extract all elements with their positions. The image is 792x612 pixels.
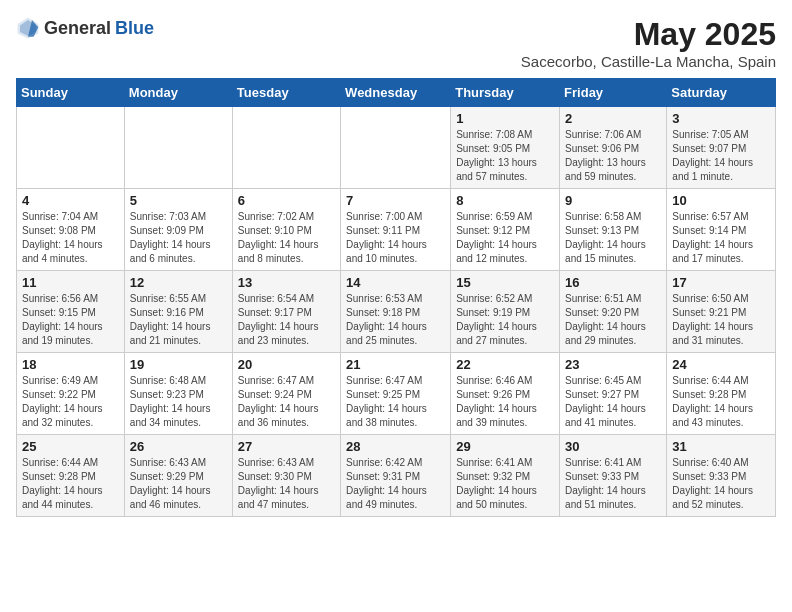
day-info: Sunrise: 6:44 AM Sunset: 9:28 PM Dayligh… — [672, 374, 770, 430]
day-info: Sunrise: 6:46 AM Sunset: 9:26 PM Dayligh… — [456, 374, 554, 430]
calendar-cell: 17Sunrise: 6:50 AM Sunset: 9:21 PM Dayli… — [667, 271, 776, 353]
day-info: Sunrise: 7:03 AM Sunset: 9:09 PM Dayligh… — [130, 210, 227, 266]
calendar-cell — [232, 107, 340, 189]
day-header-wednesday: Wednesday — [341, 79, 451, 107]
day-number: 23 — [565, 357, 661, 372]
day-number: 14 — [346, 275, 445, 290]
week-row-4: 18Sunrise: 6:49 AM Sunset: 9:22 PM Dayli… — [17, 353, 776, 435]
day-header-sunday: Sunday — [17, 79, 125, 107]
calendar-table: SundayMondayTuesdayWednesdayThursdayFrid… — [16, 78, 776, 517]
logo-text-blue: Blue — [115, 18, 154, 39]
day-info: Sunrise: 6:57 AM Sunset: 9:14 PM Dayligh… — [672, 210, 770, 266]
calendar-cell: 31Sunrise: 6:40 AM Sunset: 9:33 PM Dayli… — [667, 435, 776, 517]
day-number: 21 — [346, 357, 445, 372]
calendar-cell: 16Sunrise: 6:51 AM Sunset: 9:20 PM Dayli… — [560, 271, 667, 353]
day-header-thursday: Thursday — [451, 79, 560, 107]
location-subtitle: Sacecorbo, Castille-La Mancha, Spain — [521, 53, 776, 70]
title-block: May 2025 Sacecorbo, Castille-La Mancha, … — [521, 16, 776, 70]
day-info: Sunrise: 6:56 AM Sunset: 9:15 PM Dayligh… — [22, 292, 119, 348]
week-row-3: 11Sunrise: 6:56 AM Sunset: 9:15 PM Dayli… — [17, 271, 776, 353]
calendar-cell: 19Sunrise: 6:48 AM Sunset: 9:23 PM Dayli… — [124, 353, 232, 435]
day-number: 28 — [346, 439, 445, 454]
calendar-cell: 27Sunrise: 6:43 AM Sunset: 9:30 PM Dayli… — [232, 435, 340, 517]
generalblue-logo-icon — [16, 16, 40, 40]
day-header-friday: Friday — [560, 79, 667, 107]
calendar-cell: 11Sunrise: 6:56 AM Sunset: 9:15 PM Dayli… — [17, 271, 125, 353]
month-year-title: May 2025 — [521, 16, 776, 53]
day-number: 10 — [672, 193, 770, 208]
logo-text-general: General — [44, 18, 111, 39]
day-number: 12 — [130, 275, 227, 290]
day-number: 29 — [456, 439, 554, 454]
calendar-cell: 21Sunrise: 6:47 AM Sunset: 9:25 PM Dayli… — [341, 353, 451, 435]
day-info: Sunrise: 7:04 AM Sunset: 9:08 PM Dayligh… — [22, 210, 119, 266]
day-number: 4 — [22, 193, 119, 208]
day-info: Sunrise: 6:41 AM Sunset: 9:33 PM Dayligh… — [565, 456, 661, 512]
day-number: 16 — [565, 275, 661, 290]
days-header-row: SundayMondayTuesdayWednesdayThursdayFrid… — [17, 79, 776, 107]
calendar-cell: 13Sunrise: 6:54 AM Sunset: 9:17 PM Dayli… — [232, 271, 340, 353]
calendar-cell: 22Sunrise: 6:46 AM Sunset: 9:26 PM Dayli… — [451, 353, 560, 435]
day-number: 9 — [565, 193, 661, 208]
day-info: Sunrise: 6:50 AM Sunset: 9:21 PM Dayligh… — [672, 292, 770, 348]
day-info: Sunrise: 7:02 AM Sunset: 9:10 PM Dayligh… — [238, 210, 335, 266]
day-number: 13 — [238, 275, 335, 290]
day-number: 27 — [238, 439, 335, 454]
logo: GeneralBlue — [16, 16, 154, 40]
day-number: 19 — [130, 357, 227, 372]
calendar-cell: 26Sunrise: 6:43 AM Sunset: 9:29 PM Dayli… — [124, 435, 232, 517]
day-header-tuesday: Tuesday — [232, 79, 340, 107]
day-info: Sunrise: 6:49 AM Sunset: 9:22 PM Dayligh… — [22, 374, 119, 430]
calendar-cell: 30Sunrise: 6:41 AM Sunset: 9:33 PM Dayli… — [560, 435, 667, 517]
calendar-cell: 23Sunrise: 6:45 AM Sunset: 9:27 PM Dayli… — [560, 353, 667, 435]
calendar-cell — [17, 107, 125, 189]
day-info: Sunrise: 6:51 AM Sunset: 9:20 PM Dayligh… — [565, 292, 661, 348]
day-info: Sunrise: 6:43 AM Sunset: 9:30 PM Dayligh… — [238, 456, 335, 512]
day-info: Sunrise: 6:47 AM Sunset: 9:25 PM Dayligh… — [346, 374, 445, 430]
day-info: Sunrise: 6:44 AM Sunset: 9:28 PM Dayligh… — [22, 456, 119, 512]
day-info: Sunrise: 6:48 AM Sunset: 9:23 PM Dayligh… — [130, 374, 227, 430]
day-number: 15 — [456, 275, 554, 290]
day-info: Sunrise: 6:40 AM Sunset: 9:33 PM Dayligh… — [672, 456, 770, 512]
calendar-cell — [124, 107, 232, 189]
day-info: Sunrise: 7:05 AM Sunset: 9:07 PM Dayligh… — [672, 128, 770, 184]
day-number: 5 — [130, 193, 227, 208]
calendar-cell: 5Sunrise: 7:03 AM Sunset: 9:09 PM Daylig… — [124, 189, 232, 271]
week-row-2: 4Sunrise: 7:04 AM Sunset: 9:08 PM Daylig… — [17, 189, 776, 271]
day-info: Sunrise: 6:47 AM Sunset: 9:24 PM Dayligh… — [238, 374, 335, 430]
calendar-cell: 3Sunrise: 7:05 AM Sunset: 9:07 PM Daylig… — [667, 107, 776, 189]
day-info: Sunrise: 6:55 AM Sunset: 9:16 PM Dayligh… — [130, 292, 227, 348]
calendar-cell: 18Sunrise: 6:49 AM Sunset: 9:22 PM Dayli… — [17, 353, 125, 435]
day-number: 24 — [672, 357, 770, 372]
day-number: 22 — [456, 357, 554, 372]
day-number: 8 — [456, 193, 554, 208]
day-info: Sunrise: 7:08 AM Sunset: 9:05 PM Dayligh… — [456, 128, 554, 184]
calendar-cell: 8Sunrise: 6:59 AM Sunset: 9:12 PM Daylig… — [451, 189, 560, 271]
day-info: Sunrise: 6:53 AM Sunset: 9:18 PM Dayligh… — [346, 292, 445, 348]
day-number: 1 — [456, 111, 554, 126]
day-header-monday: Monday — [124, 79, 232, 107]
calendar-cell: 25Sunrise: 6:44 AM Sunset: 9:28 PM Dayli… — [17, 435, 125, 517]
calendar-cell: 24Sunrise: 6:44 AM Sunset: 9:28 PM Dayli… — [667, 353, 776, 435]
week-row-1: 1Sunrise: 7:08 AM Sunset: 9:05 PM Daylig… — [17, 107, 776, 189]
day-number: 31 — [672, 439, 770, 454]
day-info: Sunrise: 6:59 AM Sunset: 9:12 PM Dayligh… — [456, 210, 554, 266]
calendar-cell: 15Sunrise: 6:52 AM Sunset: 9:19 PM Dayli… — [451, 271, 560, 353]
day-number: 17 — [672, 275, 770, 290]
day-number: 6 — [238, 193, 335, 208]
calendar-cell: 20Sunrise: 6:47 AM Sunset: 9:24 PM Dayli… — [232, 353, 340, 435]
calendar-cell: 29Sunrise: 6:41 AM Sunset: 9:32 PM Dayli… — [451, 435, 560, 517]
day-info: Sunrise: 6:54 AM Sunset: 9:17 PM Dayligh… — [238, 292, 335, 348]
day-info: Sunrise: 6:58 AM Sunset: 9:13 PM Dayligh… — [565, 210, 661, 266]
page-header: GeneralBlue May 2025 Sacecorbo, Castille… — [16, 16, 776, 70]
day-number: 11 — [22, 275, 119, 290]
day-number: 30 — [565, 439, 661, 454]
calendar-cell: 4Sunrise: 7:04 AM Sunset: 9:08 PM Daylig… — [17, 189, 125, 271]
day-number: 7 — [346, 193, 445, 208]
day-header-saturday: Saturday — [667, 79, 776, 107]
calendar-cell — [341, 107, 451, 189]
day-number: 2 — [565, 111, 661, 126]
day-info: Sunrise: 7:06 AM Sunset: 9:06 PM Dayligh… — [565, 128, 661, 184]
day-number: 25 — [22, 439, 119, 454]
calendar-cell: 10Sunrise: 6:57 AM Sunset: 9:14 PM Dayli… — [667, 189, 776, 271]
